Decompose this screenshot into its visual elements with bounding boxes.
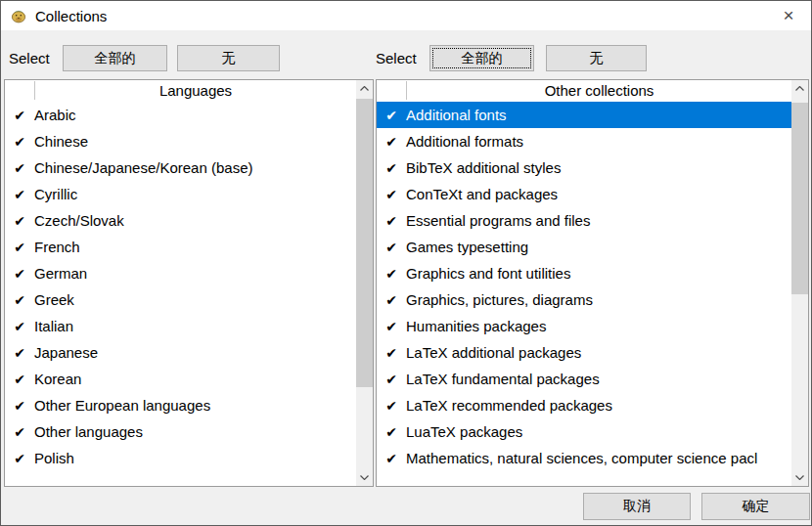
collections-dialog: Collections × Select 全部的 无 Select 全部的 无 …: [0, 0, 812, 526]
check-icon: ✔: [5, 345, 34, 361]
collection-row[interactable]: ✔ConTeXt and packages: [377, 181, 791, 207]
scrollbar-thumb[interactable]: [791, 103, 808, 294]
collection-row[interactable]: ✔LaTeX fundamental packages: [377, 366, 791, 392]
check-icon: ✔: [377, 424, 406, 440]
check-icon: ✔: [5, 319, 34, 334]
collection-row[interactable]: ✔Chinese: [5, 128, 356, 154]
row-label: Mathematics, natural sciences, computer …: [406, 450, 759, 466]
close-icon: ×: [783, 5, 793, 26]
scrollbar-track[interactable]: [356, 97, 373, 469]
row-label: German: [34, 265, 89, 282]
select-none-left-button[interactable]: 无: [177, 45, 280, 71]
chevron-up-icon: [795, 86, 804, 91]
collection-row[interactable]: ✔Mathematics, natural sciences, computer…: [377, 445, 791, 471]
scroll-down-button[interactable]: [356, 469, 373, 486]
collection-row[interactable]: ✔Other languages: [5, 418, 356, 445]
check-icon: ✔: [377, 266, 406, 282]
collection-row[interactable]: ✔Graphics, pictures, diagrams: [377, 286, 791, 313]
scroll-up-button[interactable]: [356, 80, 373, 97]
row-label: Arabic: [34, 107, 78, 123]
collection-row[interactable]: ✔Arabic: [5, 102, 356, 128]
collection-row[interactable]: ✔Polish: [5, 445, 356, 471]
row-label: LaTeX recommended packages: [406, 397, 614, 414]
check-icon: ✔: [5, 372, 34, 387]
row-label: Czech/Slovak: [34, 212, 126, 229]
languages-panel: Languages ✔Arabic✔Chinese✔Chinese/Japane…: [4, 79, 374, 487]
collection-row[interactable]: ✔Additional formats: [377, 128, 791, 154]
check-icon: ✔: [377, 451, 406, 466]
collection-row[interactable]: ✔Essential programs and files: [377, 207, 791, 234]
collection-row[interactable]: ✔LuaTeX packages: [377, 418, 791, 445]
collection-row[interactable]: ✔Italian: [5, 313, 356, 339]
other-collections-list: ✔Additional fonts✔Additional formats✔Bib…: [377, 102, 791, 486]
check-icon: ✔: [5, 213, 34, 229]
other-collections-header-label: Other collections: [407, 80, 791, 102]
check-icon: ✔: [5, 160, 34, 176]
collection-row[interactable]: ✔Other European languages: [5, 392, 356, 418]
check-icon: ✔: [377, 398, 406, 414]
cancel-button[interactable]: 取消: [583, 493, 691, 520]
check-icon: ✔: [377, 108, 406, 123]
collection-row[interactable]: ✔Korean: [5, 366, 356, 392]
collection-row[interactable]: ✔BibTeX additional styles: [377, 154, 791, 181]
collection-row[interactable]: ✔Humanities packages: [377, 313, 791, 339]
collection-row[interactable]: ✔Additional fonts: [377, 102, 791, 128]
collection-row[interactable]: ✔Chinese/Japanese/Korean (base): [5, 154, 356, 181]
select-all-left-button[interactable]: 全部的: [63, 45, 167, 71]
check-icon: ✔: [5, 451, 34, 466]
languages-header-label: Languages: [35, 80, 356, 102]
other-collections-scrollbar[interactable]: [791, 80, 808, 486]
row-label: BibTeX additional styles: [406, 159, 563, 176]
select-label-right: Select: [376, 45, 417, 71]
scrollbar-thumb[interactable]: [356, 99, 373, 387]
check-icon: ✔: [5, 187, 34, 202]
row-label: Korean: [34, 371, 83, 387]
collection-row[interactable]: ✔Czech/Slovak: [5, 207, 356, 234]
collection-row[interactable]: ✔German: [5, 260, 356, 286]
row-label: Japanese: [34, 344, 100, 361]
select-none-right-button[interactable]: 无: [546, 45, 647, 71]
check-icon: ✔: [377, 240, 406, 255]
row-label: LaTeX fundamental packages: [406, 371, 602, 387]
row-label: Chinese: [34, 133, 90, 150]
collection-row[interactable]: ✔LaTeX recommended packages: [377, 392, 791, 418]
scrollbar-track[interactable]: [791, 97, 808, 469]
chevron-down-icon: [795, 475, 804, 480]
scroll-down-button[interactable]: [791, 469, 808, 486]
collection-row[interactable]: ✔Greek: [5, 286, 356, 313]
row-label: Italian: [34, 318, 75, 334]
languages-scrollbar[interactable]: [356, 80, 373, 486]
app-icon: [10, 7, 27, 24]
row-label: Other languages: [34, 423, 145, 440]
row-label: Graphics and font utilities: [406, 265, 572, 282]
scroll-up-button[interactable]: [791, 80, 808, 97]
check-icon: ✔: [377, 372, 406, 387]
check-icon: ✔: [377, 134, 406, 150]
row-label: Essential programs and files: [406, 212, 592, 229]
check-icon: ✔: [5, 398, 34, 414]
collection-row[interactable]: ✔Japanese: [5, 339, 356, 366]
select-all-right-button[interactable]: 全部的: [429, 45, 534, 71]
chevron-up-icon: [360, 86, 369, 91]
check-icon: ✔: [5, 108, 34, 123]
check-icon: ✔: [5, 266, 34, 282]
chevron-down-icon: [360, 475, 369, 480]
check-icon: ✔: [5, 240, 34, 255]
collection-row[interactable]: ✔Cyrillic: [5, 181, 356, 207]
collection-row[interactable]: ✔Games typesetting: [377, 234, 791, 260]
collection-row[interactable]: ✔Graphics and font utilities: [377, 260, 791, 286]
check-icon: ✔: [377, 292, 406, 308]
window-title: Collections: [35, 8, 107, 24]
row-label: Graphics, pictures, diagrams: [406, 291, 595, 308]
ok-button[interactable]: 确定: [701, 493, 810, 520]
row-label: Chinese/Japanese/Korean (base): [34, 159, 254, 176]
collection-row[interactable]: ✔LaTeX additional packages: [377, 339, 791, 366]
row-label: French: [34, 239, 82, 255]
close-button[interactable]: ×: [766, 1, 811, 30]
check-icon: ✔: [377, 345, 406, 361]
row-label: Cyrillic: [34, 186, 79, 202]
collection-row[interactable]: ✔French: [5, 234, 356, 260]
select-label-left: Select: [9, 45, 50, 71]
languages-header[interactable]: Languages: [5, 80, 356, 102]
other-collections-header[interactable]: Other collections: [377, 80, 791, 102]
